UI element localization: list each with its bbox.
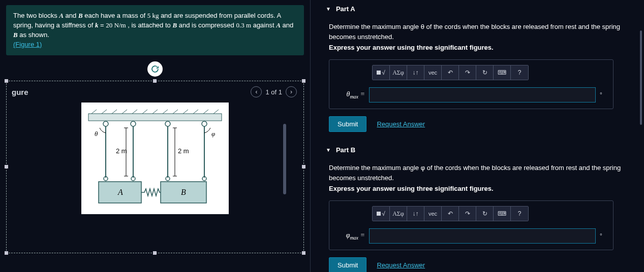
template-button[interactable]: √ <box>373 207 390 221</box>
greek-button[interactable]: ΑΣφ <box>390 207 407 221</box>
text: against <box>251 21 276 29</box>
request-answer-link[interactable]: Request Answer <box>377 120 425 128</box>
figure-selection-region[interactable]: gure ‹ 1 of 1 › <box>6 81 304 253</box>
reset-button[interactable]: ↻ <box>476 65 494 80</box>
svg-rect-1 <box>88 114 222 121</box>
subsup-button[interactable]: ↓↑ <box>407 207 424 221</box>
answer-input[interactable] <box>369 87 596 103</box>
part-prompt: Determine the maximum angle φ of the cor… <box>329 163 642 183</box>
subsup-button[interactable]: ↓↑ <box>407 65 424 80</box>
help-button[interactable]: ? <box>511 207 528 221</box>
right-pane-scrollbar[interactable] <box>640 30 642 125</box>
undo-button[interactable]: ↶ <box>442 65 459 80</box>
figure-scrollbar[interactable] <box>283 124 286 194</box>
help-button[interactable]: ? <box>511 65 528 80</box>
figure-next-button[interactable]: › <box>286 86 297 97</box>
resize-handle[interactable] <box>302 165 305 168</box>
text: = <box>98 21 106 29</box>
stiffness-value: 20 N/m <box>106 21 126 29</box>
figure-image: A B θ φ 2 m 2 m <box>12 103 298 216</box>
unit-label: ° <box>600 91 606 98</box>
part-prompt: Determine the maximum angle θ of the cor… <box>329 22 642 42</box>
variable-label: θmax = <box>336 90 365 99</box>
reset-figure-button[interactable] <box>147 61 163 77</box>
svg-text:A: A <box>117 188 123 196</box>
var-B: B <box>172 21 177 29</box>
submit-button[interactable]: Submit <box>329 116 366 132</box>
text: and <box>281 21 293 29</box>
var-B: B <box>13 31 18 39</box>
part-title: Part B <box>336 146 355 154</box>
resize-handle[interactable] <box>302 79 305 83</box>
collapse-toggle-icon[interactable]: ▼ <box>326 147 331 153</box>
answer-area: √ ΑΣφ ↓↑ vec ↶ ↷ ↻ ⌨ ? θmax = ° <box>329 59 614 109</box>
text: The two blocks <box>13 12 59 19</box>
svg-text:θ: θ <box>95 130 98 138</box>
svg-text:2 m: 2 m <box>178 147 189 155</box>
text: and <box>64 12 78 19</box>
mass-value: 5 kg <box>147 12 159 19</box>
figure-panel-title: gure <box>12 88 28 96</box>
unit-label: ° <box>600 232 606 240</box>
part-title: Part A <box>336 5 355 13</box>
resize-handle[interactable] <box>302 251 305 255</box>
redo-button[interactable]: ↷ <box>459 207 476 221</box>
text: , is attached to <box>126 21 173 29</box>
figure-counter: 1 of 1 <box>265 88 282 96</box>
answer-input[interactable] <box>369 228 596 244</box>
vec-button[interactable]: vec <box>424 207 442 221</box>
var-A: A <box>276 21 281 29</box>
vec-button[interactable]: vec <box>424 65 442 80</box>
problem-statement: The two blocks A and B each have a mass … <box>6 5 304 55</box>
resize-handle[interactable] <box>153 251 157 255</box>
var-B: B <box>78 12 83 19</box>
collapse-toggle-icon[interactable]: ▼ <box>326 6 331 12</box>
template-button[interactable]: √ <box>373 65 390 80</box>
part-subprompt: Express your answer using three signific… <box>329 44 642 51</box>
svg-text:φ: φ <box>211 130 215 138</box>
equation-toolbar: √ ΑΣφ ↓↑ vec ↶ ↷ ↻ ⌨ ? <box>372 206 529 221</box>
text: each have a mass of <box>83 12 147 19</box>
text: as shown. <box>18 31 49 39</box>
resize-handle[interactable] <box>5 165 8 168</box>
variable-label: φmax = <box>336 231 365 241</box>
resize-handle[interactable] <box>153 79 157 83</box>
equation-toolbar: √ ΑΣφ ↓↑ vec ↶ ↷ ↻ ⌨ ? <box>372 65 529 80</box>
keyboard-button[interactable]: ⌨ <box>494 65 511 80</box>
figure-prev-button[interactable]: ‹ <box>251 86 262 97</box>
var-A: A <box>59 12 64 19</box>
part-subprompt: Express your answer using three signific… <box>329 185 642 192</box>
text: and is compressed <box>177 21 236 29</box>
undo-button[interactable]: ↶ <box>442 207 459 221</box>
figure-link[interactable]: (Figure 1) <box>13 41 42 48</box>
resize-handle[interactable] <box>5 79 8 83</box>
submit-button[interactable]: Submit <box>329 257 366 272</box>
resize-handle[interactable] <box>5 251 8 255</box>
request-answer-link[interactable]: Request Answer <box>377 261 425 269</box>
greek-button[interactable]: ΑΣφ <box>390 65 407 80</box>
redo-button[interactable]: ↷ <box>459 65 476 80</box>
keyboard-button[interactable]: ⌨ <box>494 207 511 221</box>
svg-text:2 m: 2 m <box>116 147 127 155</box>
compression-value: 0.3 m <box>236 21 251 29</box>
answer-area: √ ΑΣφ ↓↑ vec ↶ ↷ ↻ ⌨ ? φmax = ° <box>329 200 614 250</box>
reset-button[interactable]: ↻ <box>476 207 494 221</box>
svg-text:B: B <box>181 188 186 196</box>
